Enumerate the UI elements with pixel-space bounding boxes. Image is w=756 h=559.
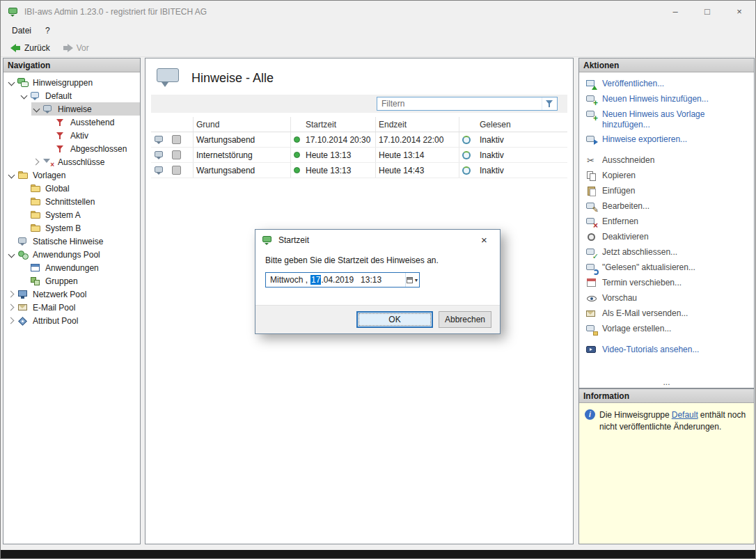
tree-item-hinweise[interactable]: Hinweise [31, 102, 140, 116]
dialog-close-button[interactable]: × [468, 230, 500, 250]
action-termin-verschieben[interactable]: Termin verschieben... [585, 276, 751, 291]
datetime-value[interactable]: Mittwoch ,17.04.201913:13 [266, 275, 405, 285]
datetime-dropdown-button[interactable]: ▼ [405, 273, 419, 287]
email-icon [17, 302, 30, 313]
chevron-down-icon[interactable] [6, 77, 17, 88]
maximize-button[interactable]: □ [691, 1, 723, 22]
action-gelesen-aktualisieren[interactable]: "Gelesen" aktualisieren... [585, 260, 751, 276]
folder-icon [30, 183, 42, 194]
table-row[interactable]: Internetstörung Heute 13:13 Heute 13:14 … [151, 148, 567, 163]
tree-item-abgeschlossen[interactable]: Abgeschlossen [44, 142, 140, 155]
tree-item-system-b[interactable]: System B [19, 221, 140, 235]
tree-item-attribut-pool[interactable]: Attribut Pool [6, 314, 140, 327]
menu-help[interactable]: ? [38, 24, 57, 38]
pool-icon [17, 249, 30, 260]
action-entfernen[interactable]: Entfernen [585, 214, 751, 230]
tree-item-anwendungen[interactable]: Anwendungen [19, 261, 140, 274]
cell-grund: Wartungsabend [193, 163, 290, 178]
action-hinweis-aus-vorlage[interactable]: Neuen Hinweis aus Vorlage hinzufügen... [585, 107, 751, 132]
selected-day-segment[interactable]: 17 [310, 275, 321, 285]
ok-button[interactable]: OK [356, 311, 433, 328]
action-neuer-hinweis[interactable]: Neuen Hinweis hinzufügen... [585, 92, 751, 107]
action-kopieren[interactable]: Kopieren [585, 168, 751, 184]
tree-item-schnittstellen[interactable]: Schnittstellen [19, 195, 140, 208]
filter-icon [55, 117, 68, 128]
chevron-down-icon[interactable] [31, 104, 42, 115]
hinweise-table: Grund Startzeit Endzeit Gelesen Wartungs… [151, 117, 567, 178]
startzeit-dialog: Startzeit × Bitte geben Sie die Startzei… [255, 229, 501, 334]
tree-item-statische-hinweise[interactable]: Statische Hinweise [6, 235, 140, 248]
datetime-picker[interactable]: Mittwoch ,17.04.201913:13 ▼ [265, 272, 420, 288]
chevron-down-icon[interactable] [19, 90, 30, 102]
action-vorschau[interactable]: Vorschau [585, 291, 751, 306]
action-vorlage-erstellen[interactable]: Vorlage erstellen... [585, 322, 751, 337]
gruppe-icon [30, 90, 42, 102]
chevron-right-icon[interactable] [6, 302, 17, 313]
tree-item-netzwerk-pool[interactable]: Netzwerk Pool [6, 288, 140, 301]
tree-item-default[interactable]: Default [19, 89, 140, 102]
menu-datei[interactable]: Datei [5, 24, 38, 38]
forward-button[interactable]: Vor [57, 41, 95, 55]
action-ausschneiden[interactable]: Ausschneiden [585, 153, 751, 168]
filter-input[interactable] [377, 99, 542, 109]
table-row[interactable]: Wartungsabend Heute 13:13 Heute 14:43 In… [151, 163, 567, 178]
app-icon [8, 6, 19, 17]
col-gelesen[interactable]: Gelesen [477, 117, 567, 132]
filter-icon [55, 130, 68, 141]
chevron-right-icon[interactable] [31, 157, 42, 168]
filter-icon [55, 143, 68, 155]
back-button[interactable]: Zurück [5, 41, 56, 55]
table-row[interactable]: Wartungsabend 17.10.2014 20:30 17.10.201… [151, 132, 567, 148]
tree-item-email-pool[interactable]: E-Mail Pool [6, 301, 140, 314]
titlebar[interactable]: IBI-aws Admin 1.23.0 - registriert für I… [1, 1, 755, 22]
action-deaktivieren[interactable]: Deaktivieren [585, 230, 751, 245]
chevron-down-icon[interactable] [6, 249, 17, 260]
tree-item-anwendungs-pool[interactable]: Anwendungs Pool [6, 248, 140, 261]
action-jetzt-abschliessen[interactable]: Jetzt abschliessen... [585, 245, 751, 260]
tree-item-aktiv[interactable]: Aktiv [44, 129, 140, 142]
tree-item-system-a[interactable]: System A [19, 208, 140, 221]
minimize-button[interactable]: – [659, 1, 691, 22]
action-bearbeiten[interactable]: Bearbeiten... [585, 199, 751, 214]
tree-item-ausschluesse[interactable]: Ausschlüsse [31, 155, 140, 168]
cell-startzeit: Heute 13:13 [303, 163, 375, 178]
information-message: Die HinweisgruppeDefaultenthält noch nic… [599, 409, 748, 434]
action-veroeffentlichen[interactable]: Veröffentlichen... [585, 77, 751, 92]
actions-overflow-indicator[interactable]: ... [579, 379, 754, 387]
type-icon [172, 166, 181, 175]
col-endzeit[interactable]: Endzeit [375, 117, 459, 132]
close-button[interactable]: × [723, 1, 755, 22]
action-video-tutorials[interactable]: Video-Tutorials ansehen... [585, 343, 751, 358]
chevron-right-icon[interactable] [6, 289, 17, 300]
filter-funnel-icon[interactable] [542, 97, 557, 110]
chevron-down-icon[interactable] [6, 170, 17, 181]
dialog-titlebar[interactable]: Startzeit × [255, 230, 500, 250]
action-hinweise-exportieren[interactable]: Hinweise exportieren... [585, 132, 751, 148]
add-hinweis-icon [586, 94, 597, 105]
netzwerk-icon [17, 289, 30, 300]
action-als-email-versenden[interactable]: Als E-Mail versenden... [585, 306, 751, 322]
chevron-right-icon[interactable] [6, 315, 17, 326]
chevron-down-icon: ▼ [414, 278, 419, 283]
navigation-tree: Hinweisgruppen Default Hinweise Ausstehe… [3, 72, 140, 327]
tree-item-hinweisgruppen[interactable]: Hinweisgruppen [6, 76, 140, 89]
tree-item-gruppen[interactable]: Gruppen [19, 274, 140, 288]
cell-gelesen: Inaktiv [477, 163, 567, 178]
export-icon [586, 134, 597, 145]
folder-icon [30, 223, 42, 234]
actions-header: Aktionen [579, 58, 754, 72]
col-grund[interactable]: Grund [193, 117, 290, 132]
filter-field [377, 97, 558, 111]
cell-gelesen: Inaktiv [477, 148, 567, 162]
refresh-icon [586, 262, 597, 274]
action-einfuegen[interactable]: Einfügen [585, 184, 751, 199]
default-group-link[interactable]: Default [672, 410, 698, 420]
col-startzeit[interactable]: Startzeit [303, 117, 375, 132]
cancel-button[interactable]: Abbrechen [439, 311, 491, 328]
forward-arrow-icon [63, 44, 73, 52]
tree-item-vorlagen[interactable]: Vorlagen [6, 168, 140, 182]
calendar-icon [407, 277, 413, 283]
tree-item-global[interactable]: Global [19, 182, 140, 195]
folder-icon [30, 210, 42, 221]
tree-item-ausstehend[interactable]: Ausstehend [44, 116, 140, 129]
